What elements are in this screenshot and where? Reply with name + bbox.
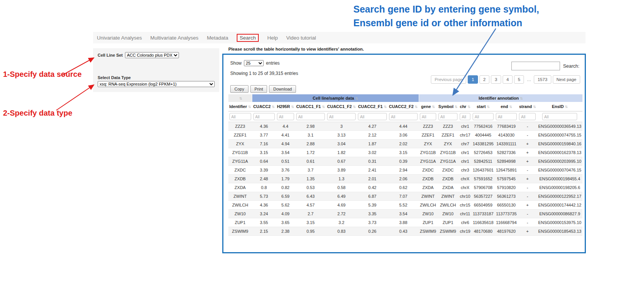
filter-cell — [295, 111, 326, 122]
nav-item-metadata[interactable]: Metadata — [207, 35, 228, 41]
filter-input-gene[interactable] — [420, 113, 436, 120]
table-cell: ZW10 — [419, 210, 437, 218]
column-label: H295R — [277, 104, 290, 109]
column-header-h295r[interactable]: H295R⇅ — [276, 102, 295, 111]
table-cell: ZWINT — [419, 192, 437, 201]
copy-button[interactable]: Copy — [230, 85, 248, 93]
column-label: CUACC1_F1 — [296, 104, 321, 109]
table-cell: 6.59 — [276, 192, 295, 201]
column-header-cuacc1-f1[interactable]: CUACC1_F1⇅ — [295, 102, 326, 111]
nav-item-search[interactable]: Search — [237, 34, 259, 42]
column-header-end[interactable]: end⇅ — [495, 102, 518, 111]
table-cell: 57591652 — [472, 175, 495, 183]
next-page-button[interactable]: Next page — [553, 75, 580, 84]
table-cell: 4.41 — [276, 131, 295, 140]
column-header-cuacc1-f2[interactable]: CUACC1_F2⇅ — [326, 102, 357, 111]
table-cell: chr1 — [459, 148, 472, 157]
filter-input-start[interactable] — [473, 113, 494, 120]
group-header-identifier-annotation[interactable]: Identifier annotation⇅ — [419, 94, 582, 102]
filter-input-cuacc1-f1[interactable] — [296, 113, 325, 120]
column-header-ensid[interactable]: EnsID⇅ — [537, 102, 582, 111]
table-search-input[interactable] — [511, 62, 560, 70]
table-cell: ZSWIM9 — [437, 227, 459, 236]
table-cell: 143381295 — [472, 140, 495, 148]
filter-input-cuacc2-f1[interactable] — [358, 113, 386, 120]
table-cell: 3.24 — [252, 210, 276, 218]
cell-line-set-select[interactable]: ACC Colorado plus PDX — [125, 52, 179, 58]
table-cell: 0.61 — [295, 157, 326, 166]
table-cell: ZZZ3 — [437, 122, 459, 131]
nav-item-help[interactable]: Help — [267, 35, 278, 41]
table-row-ZXDB: ZXDB2.481.791.351.32.012.06ZXDBZXDBchrX5… — [228, 175, 583, 183]
table-cell: chr1 — [459, 122, 472, 131]
page-button-1573[interactable]: 1573 — [534, 75, 551, 84]
column-header-start[interactable]: start⇅ — [472, 102, 495, 111]
filter-input-chr[interactable] — [460, 113, 470, 120]
table-cell: 4004445 — [472, 131, 495, 140]
table-cell: ZXDC — [228, 166, 252, 175]
filter-cell — [388, 111, 419, 122]
page-button-2[interactable]: 2 — [479, 75, 489, 84]
nav-item-multivariate-analyses[interactable]: Multivariate Analyses — [150, 35, 199, 41]
column-header-cuacc2-f1[interactable]: CUACC2_F1⇅ — [357, 102, 388, 111]
filter-input-symbol[interactable] — [438, 113, 457, 120]
nav-bar: Univariate AnalysesMultivariate Analyses… — [93, 32, 585, 43]
table-cell: 52726453 — [472, 148, 495, 157]
table-cell: 2.15 — [252, 227, 276, 236]
column-header-cuacc2[interactable]: CUACC2⇅ — [252, 102, 276, 111]
table-cell: ZWINT — [228, 192, 252, 201]
table-row-ZSWIM9: ZSWIM92.152.380.950.830.260.43ZSWIM9ZSWI… — [228, 227, 583, 236]
table-cell: - — [518, 192, 537, 201]
table-row-ZZZ3: ZZZ34.364.42.9834.274.44ZZZ3ZZZ3chr17756… — [228, 122, 583, 131]
table-cell: 57910820 — [495, 183, 518, 192]
group-header-blank[interactable]: ⇅ — [228, 94, 252, 102]
filter-input-cuacc2[interactable] — [253, 113, 275, 120]
page-button-4[interactable]: 4 — [503, 75, 513, 84]
scroll-hint: Please scroll the table horizontally to … — [228, 47, 364, 51]
search-results-panel: Show 25 entries Search: Showing 1 to 25 … — [222, 54, 586, 253]
table-cell: ENSG00000174442.12 — [537, 201, 582, 210]
filter-cell — [276, 111, 295, 122]
table-cell: 5.73 — [252, 192, 276, 201]
filter-input-identifier[interactable] — [229, 113, 251, 120]
filter-input-h295r[interactable] — [277, 113, 294, 120]
filter-input-end[interactable] — [496, 113, 517, 120]
table-cell: chrX — [459, 175, 472, 183]
table-cell: chr10 — [459, 192, 472, 201]
results-table-body: ZZZ34.364.42.9834.274.44ZZZ3ZZZ3chr17756… — [228, 122, 583, 236]
table-cell: 2.01 — [357, 175, 388, 183]
column-header-chr[interactable]: chr⇅ — [459, 102, 472, 111]
page-button-3[interactable]: 3 — [491, 75, 501, 84]
filter-cell — [495, 111, 518, 122]
page-length-select[interactable]: 25 — [244, 60, 264, 66]
page-button-1[interactable]: 1 — [468, 75, 478, 84]
table-cell: - — [518, 131, 537, 140]
group-header-cell-line-label: Cell line/sample data — [313, 96, 354, 100]
filter-input-strand[interactable] — [519, 113, 536, 120]
print-button[interactable]: Print — [250, 85, 267, 93]
nav-item-video-tutorial[interactable]: Video tutorial — [286, 35, 316, 41]
table-cell: 3.7 — [295, 166, 326, 175]
column-header-identifier[interactable]: Identifier⇅ — [228, 102, 252, 111]
column-header-cuacc2-f2[interactable]: CUACC2_F2⇅ — [388, 102, 419, 111]
filter-input-cuacc1-f2[interactable] — [327, 113, 356, 120]
column-label: CUACC2 — [253, 104, 271, 109]
column-header-strand[interactable]: strand⇅ — [518, 102, 537, 111]
download-button[interactable]: Download — [269, 85, 296, 93]
table-cell: 52894998 — [495, 157, 518, 166]
table-cell: 66504959 — [472, 201, 495, 210]
export-buttons: CopyPrintDownload — [230, 85, 296, 93]
filter-input-ensid[interactable] — [542, 113, 577, 120]
group-header-cell-line-data[interactable]: Cell line/sample data⇅ — [252, 94, 419, 102]
table-cell: 0.8 — [252, 183, 276, 192]
previous-page-button[interactable]: Previous page — [431, 75, 467, 84]
table-cell: - — [518, 183, 537, 192]
filter-cell — [252, 111, 276, 122]
column-header-symbol[interactable]: Symbol⇅ — [437, 102, 459, 111]
data-type-select[interactable]: xsq: RNA-seq Expression (log2 FPKM+1) — [98, 81, 215, 87]
column-header-gene[interactable]: gene⇅ — [419, 102, 437, 111]
filter-input-cuacc2-f2[interactable] — [389, 113, 418, 120]
page-button-5[interactable]: 5 — [514, 75, 524, 84]
table-cell: ENSG00000198205.6 — [537, 183, 582, 192]
nav-item-univariate-analyses[interactable]: Univariate Analyses — [97, 35, 142, 41]
